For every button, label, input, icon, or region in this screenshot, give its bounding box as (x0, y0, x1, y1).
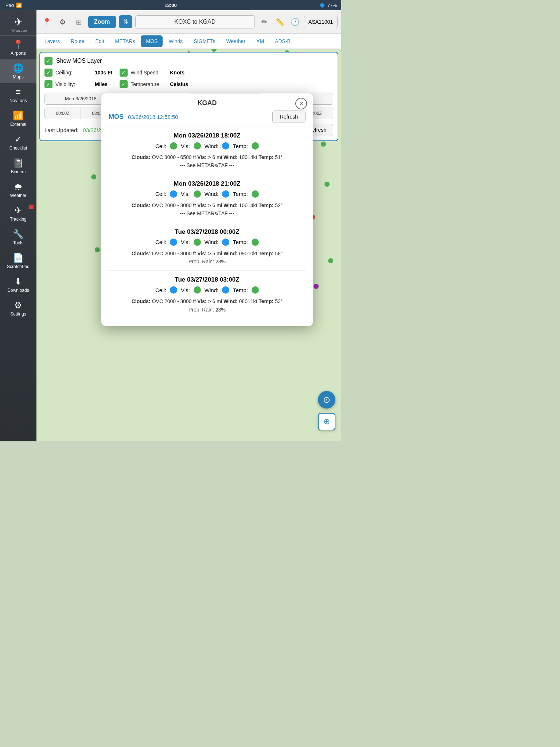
indicator-dot (222, 142, 229, 150)
indicator-dot (170, 190, 177, 198)
sidebar-item-weather[interactable]: 🌧 Weather (0, 178, 36, 202)
sidebar-item-label: Binders (11, 169, 26, 174)
sidebar-item-label: Checklist (9, 146, 27, 151)
sidebar-item-airports[interactable]: 📍 Airports (0, 36, 36, 59)
sidebar-item-label: NavLogs (9, 98, 27, 103)
tools-icon: 🔧 (13, 229, 24, 239)
wifi-icon: 📶 (16, 3, 22, 8)
modal-refresh-button[interactable]: Refresh (272, 111, 306, 123)
indicator-label: Wind: (205, 287, 218, 293)
indicator-label: Ceil: (155, 287, 166, 293)
forecast-title: Mon 03/26/2018 21:00Z (109, 180, 306, 187)
sidebar-item-label: Tracking (10, 217, 27, 222)
indicator-label: Temp: (233, 239, 248, 245)
scratchpad-icon: 📄 (13, 253, 24, 263)
sidebar-item-external[interactable]: 📶 External (0, 107, 36, 131)
modal-header: KGAD ✕ (101, 93, 313, 107)
sidebar-item-label: Maps (13, 74, 23, 80)
indicator-dot (222, 286, 229, 294)
forecast-indicators: Ceil: Vis: Wind: Temp: (109, 190, 306, 198)
modal-overlay: KGAD ✕ MOS 03/26/2018 12:58:50 Refresh M… (73, 20, 341, 441)
indicator-label: Ceil: (155, 239, 166, 245)
status-left: iPad 📶 (4, 3, 22, 8)
indicator-dot (222, 239, 229, 246)
checklist-icon: ✓ (15, 134, 22, 144)
forecast-block: Mon 03/26/2018 18:00ZCeil: Vis: Wind: Te… (109, 127, 306, 175)
sidebar-item-label: ScratchPad (7, 264, 30, 269)
sidebar-item-label: Settings (10, 311, 26, 317)
main-area: 📍 ⚙ ⊞ Zoom ⇅ KOXC to KGAD ✏ 📏 🕐 ASA11001… (36, 10, 341, 441)
sidebar-item-settings[interactable]: ⚙ Settings (0, 297, 36, 320)
tab-layers[interactable]: Layers (39, 35, 65, 47)
tracking-icon: ✈ (15, 205, 22, 216)
forecast-indicators: Ceil: Vis: Wind: Temp: (109, 142, 306, 150)
forecast-detail: Clouds: OVC 3000 - 6500 ft Vis: > 6 mi W… (109, 153, 306, 170)
mos-show-checkbox[interactable]: ✓ (44, 57, 52, 65)
maps-icon: 🌐 (13, 63, 24, 73)
indicator-dot (252, 286, 259, 294)
bluetooth-icon: 🔷 (319, 3, 325, 8)
binders-icon: 📓 (13, 158, 24, 168)
forecast-detail: Clouds: OVC 2000 - 3000 ft Vis: > 6 mi W… (109, 297, 306, 314)
indicator-label: Vis: (181, 191, 190, 197)
sidebar-item-tracking[interactable]: ✈ Tracking (0, 202, 36, 225)
indicator-label: Wind: (205, 239, 218, 245)
indicator-dot (170, 286, 177, 294)
location-button[interactable]: 📍 (40, 15, 53, 28)
forecast-title: Tue 03/27/2018 00:00Z (109, 228, 306, 236)
forecast-title: Tue 03/27/2018 03:00Z (109, 276, 306, 283)
indicator-dot (194, 239, 201, 246)
sidebar-item-tools[interactable]: 🔧 Tools (0, 225, 36, 249)
sidebar-item-label: Downloads (7, 288, 29, 293)
indicator-label: Ceil: (155, 143, 166, 149)
sidebar-item-scratchpad[interactable]: 📄 ScratchPad (0, 249, 36, 273)
navlogs-icon: ≡ (16, 87, 21, 97)
airports-icon: 📍 (13, 39, 24, 50)
settings-icon: ⚙ (14, 300, 22, 310)
indicator-label: Wind: (205, 191, 218, 197)
sidebar-item-label: Weather (10, 193, 26, 198)
indicator-label: Vis: (181, 143, 190, 149)
indicator-dot (252, 239, 259, 246)
sidebar-item-navlogs[interactable]: ≡ NavLogs (0, 83, 36, 107)
sidebar-logo: ✈ FltPlan.com (0, 13, 36, 36)
sidebar-item-maps[interactable]: 🌐 Maps (0, 59, 36, 83)
sidebar-item-checklist[interactable]: ✓ Checklist (0, 131, 36, 154)
device-label: iPad (4, 3, 14, 8)
forecast-block: Mon 03/26/2018 21:00ZCeil: Vis: Wind: Te… (109, 175, 306, 223)
modal-mos-label: MOS (109, 113, 124, 121)
forecast-detail: Clouds: OVC 2000 - 3000 ft Vis: > 6 mi W… (109, 249, 306, 266)
sidebar-item-label: Tools (13, 240, 23, 245)
modal-body: Mon 03/26/2018 18:00ZCeil: Vis: Wind: Te… (101, 127, 313, 326)
ceiling-checkbox[interactable]: ✓ (44, 69, 52, 77)
forecast-block: Tue 03/27/2018 00:00ZCeil: Vis: Wind: Te… (109, 223, 306, 271)
indicator-dot (222, 190, 229, 198)
indicator-label: Temp: (233, 287, 248, 293)
modal-close-button[interactable]: ✕ (295, 98, 307, 109)
battery-label: 77% (327, 3, 337, 8)
indicator-label: Ceil: (155, 191, 166, 197)
tracking-badge (29, 205, 34, 209)
indicator-dot (170, 239, 177, 246)
indicator-dot (252, 142, 259, 150)
sidebar-item-binders[interactable]: 📓 Binders (0, 154, 36, 178)
indicator-dot (194, 142, 201, 150)
forecast-detail: Clouds: OVC 2000 - 3000 ft Vis: > 6 mi W… (109, 201, 306, 218)
forecast-title: Mon 03/26/2018 18:00Z (109, 132, 306, 139)
indicator-label: Temp: (233, 191, 248, 197)
external-icon: 📶 (13, 111, 24, 121)
sidebar-item-label: External (10, 122, 26, 127)
kgad-modal: KGAD ✕ MOS 03/26/2018 12:58:50 Refresh M… (101, 93, 313, 326)
sidebar-item-downloads[interactable]: ⬇ Downloads (0, 273, 36, 297)
indicator-dot (170, 142, 177, 150)
status-right: 🔷 77% (319, 3, 337, 8)
visibility-checkbox[interactable]: ✓ (44, 80, 52, 88)
indicator-label: Temp: (233, 143, 248, 149)
forecast-indicators: Ceil: Vis: Wind: Temp: (109, 239, 306, 246)
forecast-indicators: Ceil: Vis: Wind: Temp: (109, 286, 306, 294)
downloads-icon: ⬇ (15, 276, 22, 287)
indicator-label: Vis: (181, 287, 190, 293)
settings-button[interactable]: ⚙ (56, 15, 69, 28)
indicator-dot (194, 190, 201, 198)
indicator-dot (252, 190, 259, 198)
